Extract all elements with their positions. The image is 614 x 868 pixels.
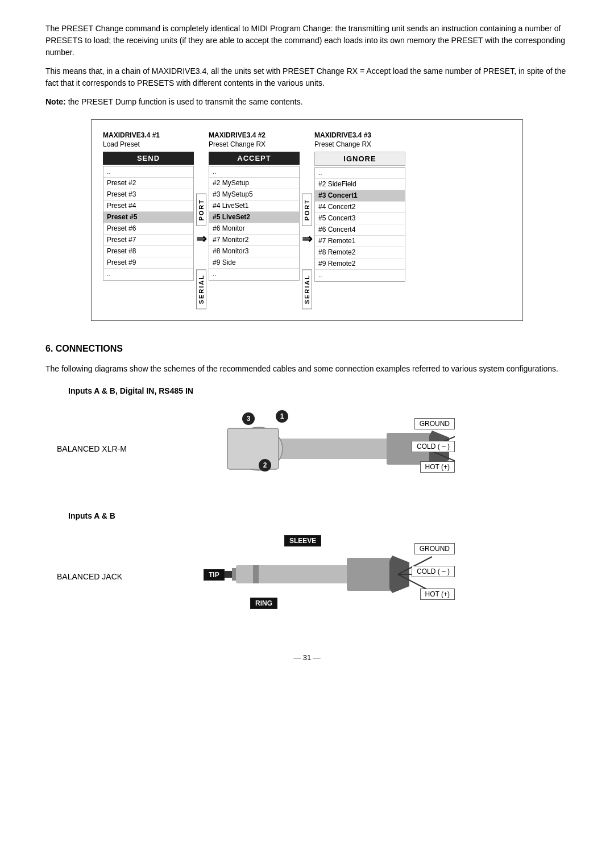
dev1-header: SEND [103,152,194,165]
list-item: Preset #2 [103,178,193,189]
hot-label: HOT (+) [420,461,455,473]
dev1-preset-list: .. Preset #2 Preset #3 Preset #4 Preset … [103,166,194,281]
xlr-diagram: BALANCED XLR-M 1 [57,409,569,489]
pin-1-circle: 1 [276,410,288,423]
jack-diagram: BALANCED JACK SLEEVE TIP R [57,534,569,619]
list-item: .. [315,168,405,179]
list-item: .. [103,269,193,280]
dev3-title: MAXIDRIVE3.4 #3 [314,131,405,139]
cold-label-box: COLD ( – ) [412,441,455,452]
dev2-title: MAXIDRIVE3.4 #2 [209,131,300,139]
tip-label: TIP [204,569,225,581]
svg-rect-0 [273,439,398,459]
list-item: Preset #6 [103,223,193,235]
tip-label-black: TIP [204,569,225,581]
list-item: #2 SideField [315,179,405,190]
list-item-selected: #3 Concert1 [315,190,405,202]
xlr-svg-area: 1 2 3 GROUND COLD ( – ) HOT (+) [171,409,455,489]
ring-label: RING [250,598,277,609]
list-item: .. [209,269,299,280]
note-text: Note: the PRESET Dump function is used t… [45,96,569,108]
dev2-preset-list: .. #2 MySetup #3 MySetup5 #4 LiveSet1 #5… [209,166,300,281]
intro-para-1: The PRESET Change command is completely … [45,23,569,59]
device-1: MAXIDRIVE3.4 #1 Load Preset SEND .. Pres… [103,131,194,309]
midi-diagram: MAXIDRIVE3.4 #1 Load Preset SEND .. Pres… [91,119,523,321]
list-item: .. [315,270,405,281]
xlr-subtitle: Inputs A & B, Digital IN, RS485 IN [68,386,569,395]
device-3: MAXIDRIVE3.4 #3 Preset Change RX IGNORE … [314,131,405,309]
list-item: #7 Monitor2 [209,235,299,246]
list-item-selected: Preset #5 [103,212,193,223]
ground-label: GROUND [414,418,455,429]
sleeve-label: SLEEVE [284,535,321,546]
jack-label: BALANCED JACK [57,572,136,581]
connections-description: The following diagrams show the schemes … [45,363,569,375]
port-label-1: PORT [196,194,206,226]
dev3-preset-list: .. #2 SideField #3 Concert1 #4 Concert2 … [314,167,405,282]
list-item: Preset #7 [103,235,193,246]
dev1-subtitle: Load Preset [103,140,194,148]
list-item: #4 Concert2 [315,202,405,213]
svg-rect-14 [232,568,237,581]
jack-ground-label-box: GROUND [414,543,455,554]
svg-rect-16 [253,565,259,583]
pin-3-circle: 3 [242,412,255,425]
list-item: #6 Concert4 [315,224,405,236]
pin-2-label: 2 [259,459,271,471]
dev3-subtitle: Preset Change RX [314,140,405,148]
jack-cold-label-box: COLD ( – ) [412,566,455,577]
list-item: .. [209,166,299,178]
pin-1-label: 1 [276,410,288,423]
serial-label-1: SERIAL [196,269,206,309]
list-item: Preset #8 [103,246,193,257]
list-item: Preset #3 [103,189,193,201]
dev3-header: IGNORE [314,152,405,166]
xlr-label: BALANCED XLR-M [57,444,136,453]
list-item: .. [103,166,193,178]
cold-label: COLD ( – ) [412,441,455,452]
sleeve-label-black: SLEEVE [284,535,321,546]
list-item-selected: #5 LiveSet2 [209,212,299,223]
list-item: #9 Side [209,257,299,269]
hot-label-box: HOT (+) [420,461,455,473]
list-item: #5 Concert3 [315,213,405,224]
ground-label-box: GROUND [414,418,455,429]
jack-cold-label: COLD ( – ) [412,566,455,577]
pin-3-label: 3 [242,412,255,425]
jack-svg-area: SLEEVE TIP RING GROUND COLD ( – ) HOT (+… [171,534,455,619]
list-item: #6 Monitor [209,223,299,235]
jack-hot-label-box: HOT (+) [420,589,455,600]
ring-label-black: RING [250,598,277,609]
intro-para-2: This means that, in a chain of MAXIDRIVE… [45,65,569,89]
arrow-2: ⇒ [302,232,312,247]
arrow-1: ⇒ [196,232,206,247]
list-item: #4 LiveSet1 [209,201,299,212]
list-item: Preset #4 [103,201,193,212]
pin-2-circle: 2 [259,459,271,471]
list-item: #2 MySetup [209,178,299,189]
list-item: #3 MySetup5 [209,189,299,201]
serial-label-2: SERIAL [302,269,312,309]
list-item: #9 Remote2 [315,258,405,270]
list-item: Preset #9 [103,257,193,269]
dev2-subtitle: Preset Change RX [209,140,300,148]
jack-ground-label: GROUND [414,543,455,554]
list-item: #8 Remote2 [315,247,405,258]
dev2-header: ACCEPT [209,152,300,165]
connections-section-title: 6. CONNECTIONS [45,344,569,354]
jack-hot-label: HOT (+) [420,589,455,600]
port-label-2: PORT [302,194,312,226]
device-2: MAXIDRIVE3.4 #2 Preset Change RX ACCEPT … [209,131,300,309]
list-item: #7 Remote1 [315,236,405,247]
jack-subtitle: Inputs A & B [68,511,569,520]
dev1-title: MAXIDRIVE3.4 #1 [103,131,194,139]
list-item: #8 Monitor3 [209,246,299,257]
page-number: — 31 — [45,653,569,662]
